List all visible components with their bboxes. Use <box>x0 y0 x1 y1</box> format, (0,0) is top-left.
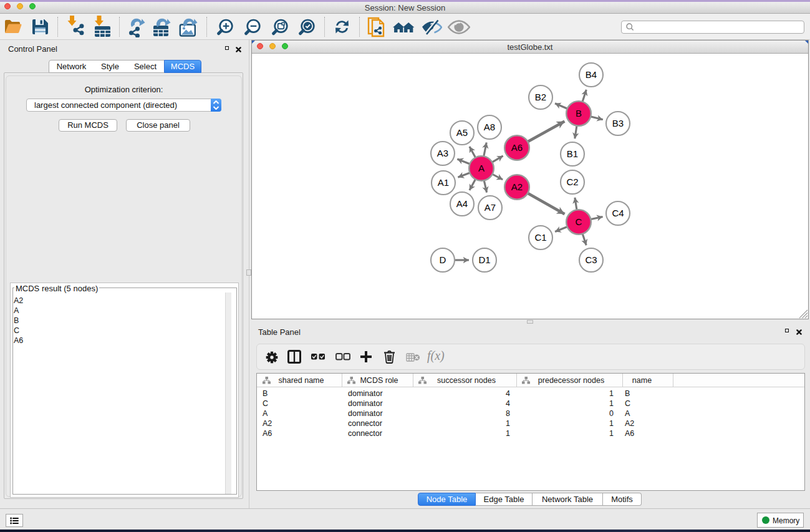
svg-text:B: B <box>576 108 582 118</box>
svg-text:D1: D1 <box>478 254 490 265</box>
svg-text:A3: A3 <box>437 148 448 158</box>
svg-text:A4: A4 <box>456 198 468 209</box>
svg-text:B4: B4 <box>586 69 597 80</box>
svg-text:A7: A7 <box>485 202 496 213</box>
svg-text:A: A <box>478 163 485 173</box>
svg-text:C2: C2 <box>566 177 578 187</box>
svg-text:C: C <box>576 216 582 227</box>
svg-text:B2: B2 <box>535 92 546 102</box>
svg-text:C1: C1 <box>534 232 546 243</box>
svg-text:A2: A2 <box>511 181 523 192</box>
svg-text:B3: B3 <box>612 118 624 128</box>
svg-text:A8: A8 <box>484 122 495 132</box>
svg-text:C4: C4 <box>612 208 624 218</box>
svg-text:C3: C3 <box>585 254 597 265</box>
svg-text:A6: A6 <box>511 142 523 153</box>
svg-text:A5: A5 <box>456 127 468 138</box>
svg-text:A1: A1 <box>438 177 449 188</box>
svg-text:D: D <box>440 254 446 265</box>
svg-text:B1: B1 <box>567 148 578 159</box>
